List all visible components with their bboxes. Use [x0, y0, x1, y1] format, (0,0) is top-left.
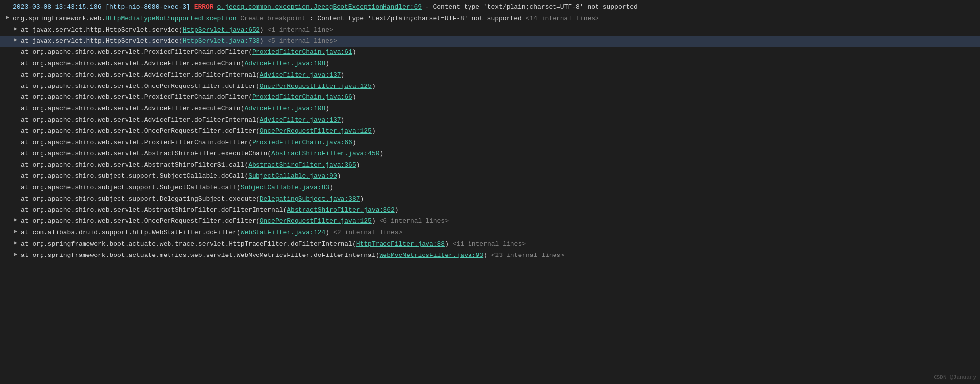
log-line-2: ▶ at javax.servlet.http.HttpServlet.serv…: [0, 25, 980, 36]
log-line-5: at org.apache.shiro.web.servlet.AdviceFi…: [0, 58, 980, 70]
line-content-8: at org.apache.shiro.web.servlet.ProxiedF…: [21, 92, 976, 103]
log-line-14: at org.apache.shiro.web.servlet.Abstract…: [0, 160, 980, 171]
stack-link-5[interactable]: AdviceFilter.java:108: [244, 60, 325, 67]
stack-link-22[interactable]: WebMvcMetricsFilter.java:93: [380, 252, 484, 259]
at-text-16: at org.apache.shiro.subject.support.Subj…: [21, 184, 241, 191]
log-line-16: at org.apache.shiro.subject.support.Subj…: [0, 182, 980, 194]
stack-link-6[interactable]: AdviceFilter.java:137: [260, 71, 341, 79]
log-line-17: at org.apache.shiro.subject.support.Dele…: [0, 194, 980, 205]
line-content-20: at com.alibaba.druid.support.http.WebSta…: [21, 228, 976, 238]
internal-22: <23 internal lines>: [491, 252, 564, 259]
log-line-18: at org.apache.shiro.web.servlet.Abstract…: [0, 205, 980, 216]
at-text-6b: ): [341, 71, 345, 79]
expand-icon-15: [12, 171, 20, 179]
stack-link-11[interactable]: OncePerRequestFilter.java:125: [260, 128, 372, 135]
expand-icon-18: [12, 205, 20, 213]
at-text-10b: ): [341, 116, 345, 124]
stack-link-20[interactable]: WebStatFilter.java:124: [241, 229, 326, 236]
at-text-18: at org.apache.shiro.web.servlet.Abstract…: [21, 206, 287, 213]
expand-icon-21[interactable]: ▶: [12, 239, 20, 247]
stack-link-17[interactable]: DelegatingSubject.java:387: [260, 195, 360, 203]
expand-icon-2[interactable]: ▶: [12, 25, 20, 33]
at-text-15b: ): [337, 172, 341, 180]
stack-link-19[interactable]: OncePerRequestFilter.java:125: [260, 217, 372, 225]
at-text-3b: ): [260, 37, 268, 44]
at-text-22b: ): [483, 252, 491, 259]
internal-3: <5 internal lines>: [267, 37, 337, 44]
expand-icon-1[interactable]: ▶: [4, 14, 12, 22]
stack-link-16[interactable]: SubjectCallable.java:83: [241, 184, 329, 191]
expand-icon-20[interactable]: ▶: [12, 228, 20, 236]
line-content-4: at org.apache.shiro.web.servlet.ProxiedF…: [21, 47, 976, 58]
log-line-3: ▶ at javax.servlet.http.HttpServlet.serv…: [0, 36, 980, 47]
at-text-12b: ): [352, 139, 356, 146]
log-line-header: 2023-03-08 13:43:15.186 [http-nio-8080-e…: [0, 2, 980, 13]
at-text-18b: ): [395, 206, 399, 213]
at-text-22: at org.springframework.boot.actuate.metr…: [21, 252, 380, 259]
stack-link-10[interactable]: AdviceFilter.java:137: [260, 116, 341, 124]
at-text-7: at org.apache.shiro.web.servlet.OncePerR…: [21, 83, 260, 90]
at-text-12: at org.apache.shiro.web.servlet.ProxiedF…: [21, 139, 252, 146]
line-content-13: at org.apache.shiro.web.servlet.Abstract…: [21, 149, 976, 159]
line-content-header: 2023-03-08 13:43:15.186 [http-nio-8080-e…: [13, 2, 976, 13]
expand-icon-5: [12, 59, 20, 67]
stack-link-4[interactable]: ProxiedFilterChain.java:61: [252, 48, 352, 56]
internal-19: <6 internal lines>: [380, 217, 449, 225]
at-text-20b: ): [325, 229, 333, 236]
expand-icon-12: [12, 138, 20, 146]
log-line-9: at org.apache.shiro.web.servlet.AdviceFi…: [0, 103, 980, 115]
at-text-17: at org.apache.shiro.subject.support.Dele…: [21, 195, 260, 203]
at-text-5: at org.apache.shiro.web.servlet.AdviceFi…: [21, 60, 244, 67]
line-content-10: at org.apache.shiro.web.servlet.AdviceFi…: [21, 115, 976, 126]
line-content-7: at org.apache.shiro.web.servlet.OncePerR…: [21, 82, 976, 92]
expand-icon-16: [12, 183, 20, 191]
at-text-4: at org.apache.shiro.web.servlet.ProxiedF…: [21, 48, 252, 56]
at-text-10: at org.apache.shiro.web.servlet.AdviceFi…: [21, 116, 260, 124]
stack-link-8[interactable]: ProxiedFilterChain.java:66: [252, 93, 352, 101]
expand-icon-19[interactable]: ▶: [12, 216, 20, 224]
log-line-20: ▶ at com.alibaba.druid.support.http.WebS…: [0, 227, 980, 239]
at-text-13b: ): [380, 150, 383, 157]
log-line-13: at org.apache.shiro.web.servlet.Abstract…: [0, 148, 980, 160]
log-container: 2023-03-08 13:43:15.186 [http-nio-8080-e…: [0, 0, 980, 263]
stack-link-7[interactable]: OncePerRequestFilter.java:125: [260, 83, 372, 90]
error-message: - Content type 'text/plain;charset=UTF-8…: [426, 3, 638, 11]
create-breakpoint-btn[interactable]: Create breakpoint: [240, 15, 306, 22]
stack-link-2[interactable]: HttpServlet.java:652: [183, 26, 260, 34]
at-text-19: at org.apache.shiro.web.servlet.OncePerR…: [21, 217, 260, 225]
expand-icon-13: [12, 149, 20, 157]
stack-link-14[interactable]: AbstractShiroFilter.java:365: [248, 161, 356, 169]
line-content-19: at org.apache.shiro.web.servlet.OncePerR…: [21, 216, 976, 227]
expand-icon-8: [12, 92, 20, 100]
line-content-5: at org.apache.shiro.web.servlet.AdviceFi…: [21, 59, 976, 69]
stack-link-21[interactable]: HttpTraceFilter.java:88: [356, 240, 445, 248]
stack-link-9[interactable]: AdviceFilter.java:108: [244, 105, 325, 112]
error-level: ERROR: [194, 3, 213, 11]
line-content-1: org.springframework.web.HttpMediaTypeNot…: [13, 14, 976, 24]
expand-icon-3[interactable]: ▶: [12, 36, 20, 44]
stack-link-3[interactable]: HttpServlet.java:733: [183, 37, 260, 44]
stack-link-18[interactable]: AbstractShiroFilter.java:362: [287, 206, 394, 213]
line-content-15: at org.apache.shiro.subject.support.Subj…: [21, 171, 976, 182]
timestamp: 2023-03-08 13:43:15.186: [13, 3, 101, 11]
at-text-4b: ): [352, 48, 356, 56]
expand-icon-4: [12, 47, 20, 55]
log-line-19: ▶ at org.apache.shiro.web.servlet.OncePe…: [0, 216, 980, 227]
exception-message: : Content type 'text/plain;charset=UTF-8…: [310, 15, 526, 22]
expand-icon-14: [12, 160, 20, 168]
at-text-13: at org.apache.shiro.web.servlet.Abstract…: [21, 150, 271, 157]
stack-link-13[interactable]: AbstractShiroFilter.java:450: [271, 150, 379, 157]
exception-class-link[interactable]: HttpMediaTypeNotSupportedException: [105, 15, 236, 22]
at-text-20: at com.alibaba.druid.support.http.WebSta…: [21, 229, 241, 236]
at-text-2b: ): [260, 26, 268, 34]
log-line-7: at org.apache.shiro.web.servlet.OncePerR…: [0, 81, 980, 92]
expand-icon-17: [12, 194, 20, 202]
at-text-14: at org.apache.shiro.web.servlet.Abstract…: [21, 161, 248, 169]
expand-icon-22[interactable]: ▶: [12, 251, 20, 258]
at-text-8: at org.apache.shiro.web.servlet.ProxiedF…: [21, 93, 252, 101]
exception-handler-link[interactable]: o.jeecg.common.exception.JeecgBootExcept…: [217, 3, 422, 11]
stack-link-15[interactable]: SubjectCallable.java:90: [248, 172, 337, 180]
expand-icon-10: [12, 115, 20, 123]
at-text-21b: ): [445, 240, 453, 248]
stack-link-12[interactable]: ProxiedFilterChain.java:66: [252, 139, 352, 146]
